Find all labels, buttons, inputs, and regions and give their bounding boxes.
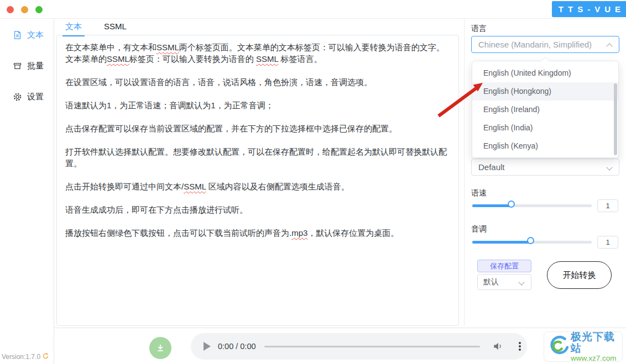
- version-label: Version:1.7.0: [2, 352, 49, 361]
- rate-slider[interactable]: [472, 201, 592, 210]
- voice-select[interactable]: Default: [471, 159, 619, 176]
- window-titlebar: TTS-VUE: [0, 0, 626, 19]
- editor-paragraph: 点击保存配置可以保存当前设置区域的配置，并在下方的下拉选择框中选择已保存的配置。: [65, 123, 450, 134]
- pitch-slider-handle[interactable]: [527, 237, 534, 244]
- language-option[interactable]: English (United Kingdom): [472, 64, 618, 82]
- pitch-slider-fill: [472, 241, 532, 244]
- watermark-site-name: 极光下载站: [571, 331, 622, 354]
- play-button[interactable]: [204, 342, 211, 351]
- editor-paragraph: 播放按钮右侧绿色下载按钮，点击可以下载当前试听的声音为.mp3，默认保存位置为桌…: [65, 227, 450, 239]
- editor-paragraph: 在文本菜单中，有文本和SSML两个标签页面。文本菜单的文本标签页：可以输入要转换…: [65, 41, 450, 65]
- player-time: 0:00 / 0:00: [218, 333, 256, 360]
- spellcheck-wavy-text: SSML: [184, 182, 206, 191]
- player-menu-button[interactable]: [516, 341, 524, 352]
- chevron-down-icon: [606, 164, 612, 170]
- player-timeline[interactable]: [264, 346, 480, 347]
- sidebar-item-settings[interactable]: 设置: [13, 92, 44, 102]
- document-icon: [13, 30, 22, 40]
- preset-select[interactable]: 默认: [477, 274, 531, 290]
- close-window-button[interactable]: [7, 6, 14, 13]
- spellcheck-wavy-text: SSML: [256, 54, 278, 64]
- language-select[interactable]: Chinese (Mandarin, Simplified): [471, 36, 619, 53]
- editor-paragraph: 语速默认为1，为正常语速；音调默认为1，为正常音调；: [65, 99, 450, 111]
- download-audio-button[interactable]: [149, 337, 171, 359]
- refresh-icon[interactable]: [42, 352, 49, 361]
- tab-text[interactable]: 文本: [62, 20, 85, 36]
- language-dropdown: English (United Kingdom) English (Hongko…: [472, 61, 619, 158]
- pitch-value-input[interactable]: [597, 236, 618, 249]
- editor-tabbar: 文本 SSML: [62, 20, 129, 36]
- editor-paragraph: 在设置区域，可以设置语音的语言，语音，说话风格，角色扮演，语速，音调选项。: [65, 76, 450, 88]
- volume-icon[interactable]: [492, 341, 503, 354]
- spellcheck-wavy-text: mp3: [291, 228, 307, 238]
- language-option-highlighted[interactable]: English (Hongkong): [472, 82, 618, 101]
- editor-content: 在文本菜单中，有文本和SSML两个标签页面。文本菜单的文本标签页：可以输入要转换…: [65, 41, 450, 239]
- spellcheck-wavy-text: SSML: [107, 54, 129, 64]
- chevron-down-icon: [518, 279, 524, 285]
- editor-textarea[interactable]: 在文本菜单中，有文本和SSML两个标签页面。文本菜单的文本标签页：可以输入要转换…: [56, 35, 459, 326]
- sidebar-item-label: 文本: [27, 30, 44, 40]
- start-convert-button[interactable]: 开始转换: [547, 261, 612, 289]
- rate-slider-fill: [472, 204, 513, 207]
- audio-player: 0:00 / 0:00: [191, 333, 527, 360]
- tab-ssml[interactable]: SSML: [101, 20, 129, 36]
- language-option[interactable]: English (Kenya): [472, 137, 618, 155]
- watermark-logo-icon: [546, 334, 570, 360]
- editor-paragraph: 打开软件默认选择默认配置。想要修改默认配置，可以在保存配置时，给配置起名为默认即…: [65, 146, 450, 169]
- gear-icon: [13, 92, 22, 102]
- app-logo: TTS-VUE: [552, 1, 626, 17]
- minimize-window-button[interactable]: [21, 6, 28, 13]
- preset-select-value: 默认: [483, 277, 499, 286]
- chevron-up-icon: [606, 43, 612, 49]
- sidebar: 文本 批量 设置 Version:1.7.0: [0, 19, 54, 364]
- save-config-button[interactable]: 保存配置: [477, 260, 531, 272]
- batch-icon: [13, 61, 22, 71]
- spellcheck-wavy-text: SSML: [156, 43, 179, 52]
- language-select-value: Chinese (Mandarin, Simplified): [478, 40, 592, 49]
- language-option[interactable]: English (India): [472, 119, 618, 137]
- language-label: 语言: [471, 24, 487, 34]
- editor-paragraph: 语音生成成功后，即可在下方点击播放进行试听。: [65, 204, 450, 215]
- dropdown-scrollbar-thumb[interactable]: [614, 83, 617, 155]
- sidebar-item-batch[interactable]: 批量: [13, 61, 44, 71]
- rate-value-input[interactable]: [597, 199, 618, 212]
- watermark: 极光下载站 www.xz7.com: [544, 331, 623, 362]
- editor-paragraph: 点击开始转换即可通过中间文本/SSML 区域内容以及右侧配置选项生成语音。: [65, 181, 450, 192]
- rate-label: 语速: [471, 188, 487, 198]
- sidebar-item-text[interactable]: 文本: [13, 30, 44, 40]
- watermark-site-url: www.xz7.com: [571, 354, 622, 362]
- language-option[interactable]: English (Ireland): [472, 101, 618, 119]
- settings-panel: 语言 Chinese (Mandarin, Simplified) Defaul…: [464, 19, 626, 326]
- sidebar-item-label: 设置: [27, 92, 44, 102]
- player-bar: 0:00 / 0:00 极光下载站 www.xz7.com: [54, 328, 626, 364]
- pitch-label: 音调: [471, 224, 487, 234]
- maximize-window-button[interactable]: [35, 6, 43, 13]
- voice-select-value: Default: [478, 162, 505, 172]
- sidebar-item-label: 批量: [27, 61, 44, 71]
- pitch-slider[interactable]: [472, 237, 592, 247]
